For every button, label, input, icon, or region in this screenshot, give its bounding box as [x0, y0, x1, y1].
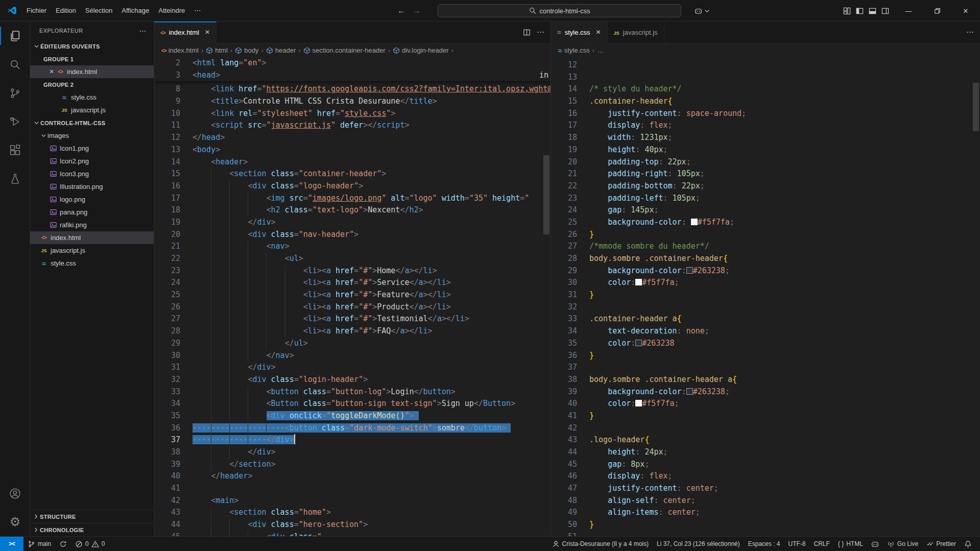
code-editor-index-html[interactable]: 2<html lang="en">3<head>in8 <link href="…	[154, 57, 551, 536]
command-center-search[interactable]: controle-html-css	[438, 4, 681, 17]
activity-account-icon[interactable]	[0, 479, 30, 508]
back-arrow-icon[interactable]: ←	[397, 6, 405, 15]
minimize-button[interactable]: —	[894, 0, 923, 21]
toggle-panel-icon[interactable]	[869, 7, 876, 15]
tree-item-illustration.png[interactable]: Illustration.png	[30, 180, 154, 193]
tree-item-javascript.js[interactable]: JSjavascript.js	[30, 104, 154, 116]
status-bell[interactable]	[960, 537, 976, 551]
status-espaces[interactable]: Espaces : 4	[744, 537, 784, 551]
line-number: 28	[154, 325, 192, 338]
menu-item-slection[interactable]: Sélection	[81, 3, 117, 18]
menu-item-[interactable]: ⋯	[189, 3, 205, 18]
breadcrumb[interactable]: <>index.html›html›body›header›section.co…	[154, 43, 551, 57]
breadcrumb-item-html[interactable]: html	[206, 46, 228, 54]
tree-section-controle-html-css[interactable]: CONTROLE-HTML-CSS	[30, 116, 154, 129]
tree-section-structure[interactable]: STRUCTURE	[30, 510, 154, 523]
breadcrumb-right[interactable]: ≈style.css›…	[551, 43, 980, 57]
scrollbar-thumb[interactable]	[543, 155, 549, 234]
status-crlf[interactable]: CRLF	[809, 537, 833, 551]
breadcrumb-item-header[interactable]: header	[266, 46, 296, 54]
more-actions-icon[interactable]: ⋯	[966, 28, 974, 37]
close-button[interactable]: ✕	[951, 0, 980, 21]
remote-indicator[interactable]: ><	[0, 537, 23, 551]
close-icon[interactable]: ✕	[596, 29, 601, 36]
tree-item-icon1.png[interactable]: Icon1.png	[30, 142, 154, 155]
menu-item-edition[interactable]: Edition	[51, 3, 81, 18]
tree-item-index.html[interactable]: <>index.html	[30, 231, 154, 244]
close-icon[interactable]: ✕	[205, 29, 210, 36]
menu-item-fichier[interactable]: Fichier	[22, 3, 51, 18]
tree-item-icon3.png[interactable]: Icon3.png	[30, 167, 154, 180]
status-label: Li 37, Col 23 (126 sélectionné)	[657, 540, 740, 547]
activity-source-control-icon[interactable]	[0, 79, 30, 107]
code-line-13: 13	[551, 71, 980, 84]
status-error[interactable]: 00	[71, 537, 109, 551]
breadcrumb-item-section.container-header[interactable]: section.container-header	[303, 46, 386, 54]
chevron-down-icon[interactable]	[703, 7, 711, 15]
status-crista-desuraune[interactable]: Crista-Desuraune (Il y a 4 mois)	[548, 537, 653, 551]
code-editor-style-css[interactable]: 121314/* style du header*/15.container-h…	[551, 57, 980, 536]
line-number: 48	[551, 495, 588, 507]
copilot-icon[interactable]	[695, 7, 702, 15]
layout-customize-icon[interactable]	[843, 7, 851, 15]
activity-settings-gear-icon[interactable]: ⚙	[0, 508, 30, 536]
status-li[interactable]: Li 37, Col 23 (126 sélectionné)	[653, 537, 744, 551]
tree-item-groupe-1[interactable]: GROUPE 1	[30, 53, 154, 65]
toggle-secondary-sidebar-icon[interactable]	[881, 7, 889, 15]
tree-item-groupe-2[interactable]: GROUPE 2	[30, 78, 154, 91]
activity-search-icon[interactable]	[0, 50, 30, 79]
tree-section-chronologie[interactable]: CHRONOLOGIE	[30, 523, 154, 536]
breadcrumb-item-div.login-header[interactable]: div.login-header	[393, 46, 449, 54]
sidebar-more-actions[interactable]: ⋯	[139, 27, 147, 35]
status-html[interactable]: { }HTML	[834, 537, 867, 551]
forward-arrow-icon[interactable]: →	[413, 6, 421, 15]
line-number: 38	[551, 374, 588, 386]
status-prettier[interactable]: ✓✓Prettier	[922, 537, 960, 551]
line-content: <script src="javascript.js" defer></scri…	[193, 119, 551, 132]
line-number: 39	[551, 386, 588, 398]
breadcrumb-item-[interactable]: …	[597, 46, 604, 54]
tree-item-logo.png[interactable]: logo.png	[30, 193, 154, 206]
tree-item-index.html[interactable]: ✕<>index.html	[30, 65, 154, 78]
tree-item-style.css[interactable]: ≈style.css	[30, 257, 154, 270]
tree-item-icon2.png[interactable]: Icon2.png	[30, 155, 154, 167]
scrollbar-thumb[interactable]	[973, 83, 979, 131]
breadcrumb-item-body[interactable]: body	[235, 46, 258, 54]
close-icon[interactable]: ✕	[47, 68, 56, 75]
restore-button[interactable]	[923, 0, 951, 21]
tab-style.css[interactable]: ≈style.css✕	[551, 21, 608, 43]
tab-index.html[interactable]: <>index.html✕	[154, 21, 217, 43]
css-file-icon: ≈	[39, 259, 49, 268]
line-content: justify-content: space-around;	[589, 108, 980, 120]
activity-bottom-items: ⚙	[0, 479, 30, 536]
tree-section--diteurs-ouverts[interactable]: ÉDITEURS OUVERTS	[30, 40, 154, 53]
line-content: <link rel="stylesheet" href="style.css">	[193, 108, 551, 120]
toggle-sidebar-icon[interactable]	[856, 7, 864, 15]
menu-item-atteindre[interactable]: Atteindre	[154, 3, 189, 18]
activity-files-icon[interactable]	[0, 21, 30, 50]
split-editor-icon[interactable]	[523, 29, 531, 36]
tree-item-rafiki.png[interactable]: rafiki.png	[30, 219, 154, 231]
tree-item-javascript.js[interactable]: JSjavascript.js	[30, 244, 154, 257]
activity-run-debug-icon[interactable]	[0, 107, 30, 136]
status-copilot[interactable]	[867, 537, 883, 551]
line-number: 20	[154, 229, 192, 241]
editor-group-left: <>index.html✕⋯ <>index.html›html›body›he…	[154, 21, 551, 536]
image-file-icon	[49, 222, 58, 228]
status-sync[interactable]	[55, 537, 71, 551]
tree-item-images[interactable]: images	[30, 129, 154, 142]
status-go[interactable]: Go Live	[883, 537, 922, 551]
status-utf-8[interactable]: UTF-8	[784, 537, 809, 551]
menu-item-affichage[interactable]: Affichage	[117, 3, 154, 18]
activity-extensions-icon[interactable]	[0, 136, 30, 164]
code-line-35: 35 <div onclick="toggleDarkMode()">	[154, 410, 551, 422]
breadcrumb-item-index.html[interactable]: <>index.html	[161, 46, 199, 54]
breadcrumb-item-style.css[interactable]: ≈style.css	[558, 46, 590, 55]
status-branch[interactable]: main	[23, 537, 55, 551]
tree-item-style.css[interactable]: ≈style.css	[30, 91, 154, 104]
line-number: 12	[154, 132, 192, 144]
tree-item-pana.png[interactable]: pana.png	[30, 206, 154, 219]
tab-javascript.js[interactable]: JSjavascript.js	[608, 21, 664, 43]
activity-testing-icon[interactable]	[0, 164, 30, 193]
more-actions-icon[interactable]: ⋯	[537, 28, 544, 37]
